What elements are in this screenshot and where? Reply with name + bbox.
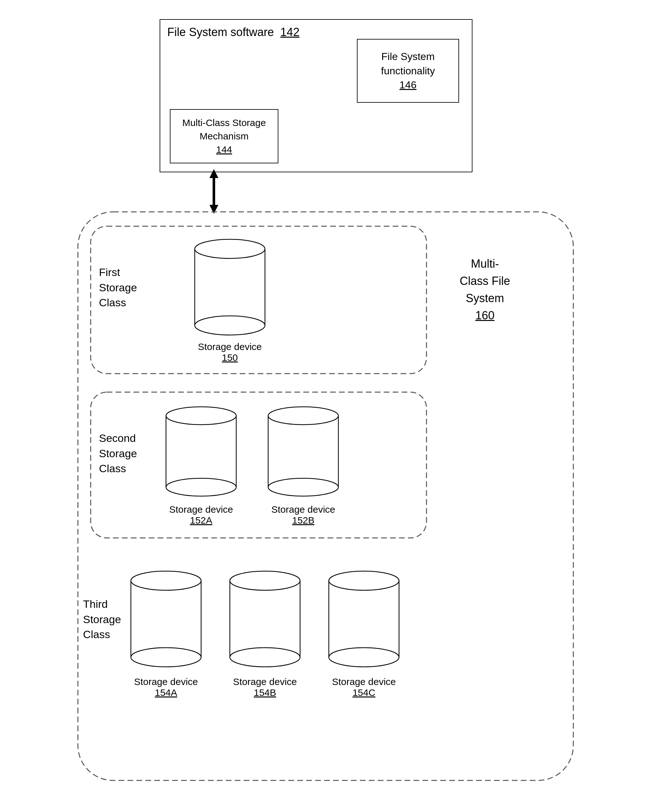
svg-point-19 (268, 407, 339, 425)
svg-point-9 (195, 316, 265, 335)
svg-rect-26 (230, 581, 300, 657)
svg-point-25 (131, 648, 201, 667)
svg-point-30 (230, 648, 300, 667)
svg-rect-1 (213, 177, 215, 205)
storage-device-150-label: Storage device150 (192, 341, 268, 363)
svg-point-34 (329, 571, 399, 590)
storage-device-152b-label: Storage device152B (265, 504, 342, 526)
storage-device-152a (163, 400, 239, 502)
storage-device-154c (325, 565, 402, 673)
diagram-container: File System software 142 File Systemfunc… (57, 13, 607, 797)
fs-functionality-box: File Systemfunctionality146 (357, 39, 459, 103)
svg-marker-0 (210, 169, 218, 178)
svg-point-29 (230, 571, 300, 590)
third-class-label: ThirdStorageClass (83, 597, 121, 642)
second-class-region (90, 391, 428, 539)
double-arrow (204, 169, 223, 214)
fs-software-label: File System software 142 (167, 26, 299, 39)
storage-device-154b (227, 565, 303, 673)
svg-point-8 (195, 239, 265, 258)
svg-point-14 (166, 407, 236, 425)
first-class-label: FirstStorageClass (99, 265, 137, 310)
svg-rect-16 (268, 416, 339, 487)
storage-device-150 (192, 233, 268, 341)
storage-device-152a-label: Storage device152A (163, 504, 239, 526)
svg-point-15 (166, 478, 236, 496)
mc-storage-mechanism-box: Multi-Class StorageMechanism144 (170, 109, 278, 163)
svg-rect-10 (91, 392, 426, 538)
svg-point-20 (268, 478, 339, 496)
storage-device-154b-label: Storage device154B (227, 676, 303, 698)
storage-device-154a-label: Storage device154A (128, 676, 204, 698)
fs-functionality-text: File Systemfunctionality146 (381, 49, 435, 92)
storage-device-154a (128, 565, 204, 673)
svg-point-35 (329, 648, 399, 667)
svg-rect-11 (166, 416, 236, 487)
mc-storage-text: Multi-Class StorageMechanism144 (182, 116, 266, 156)
svg-point-24 (131, 571, 201, 590)
svg-rect-21 (131, 581, 201, 657)
svg-rect-5 (195, 249, 265, 325)
svg-rect-31 (329, 581, 399, 657)
fs-software-box: File System software 142 File Systemfunc… (159, 19, 472, 172)
mcfs-label: Multi-Class FileSystem160 (460, 255, 510, 324)
second-class-label: SecondStorageClass (99, 431, 137, 476)
storage-device-152b (265, 400, 342, 502)
storage-device-154c-label: Storage device154C (325, 676, 402, 698)
